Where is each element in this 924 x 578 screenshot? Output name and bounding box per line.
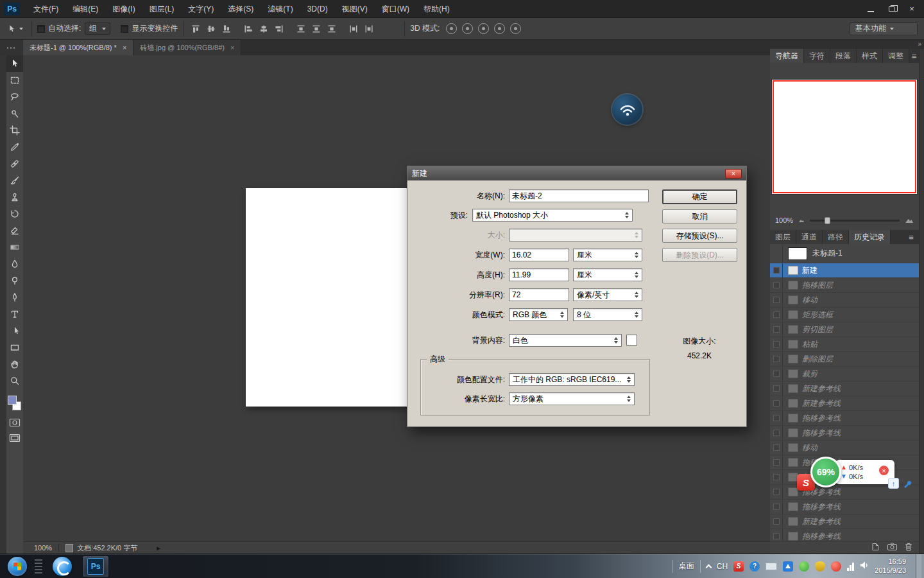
panel-tab[interactable]: 通道 [796, 230, 823, 244]
history-source-well[interactable] [770, 352, 783, 366]
history-item[interactable]: 新建参考线 [770, 381, 919, 396]
history-source-well[interactable] [770, 396, 783, 410]
history-brush-tool[interactable] [6, 206, 23, 222]
language-indicator[interactable]: CH [717, 562, 728, 571]
wifi-overlay[interactable] [612, 94, 642, 125]
start-button[interactable] [8, 557, 27, 576]
collapse-panels-icon[interactable]: » [918, 41, 921, 48]
ok-button[interactable]: 确定 [662, 189, 737, 204]
zoom-out-icon[interactable] [798, 218, 805, 223]
history-source-well[interactable] [770, 441, 783, 455]
history-source-well[interactable] [770, 411, 783, 425]
hidden-icons-chevron[interactable] [705, 564, 712, 570]
update-tray-icon[interactable] [831, 561, 841, 572]
width-unit-select[interactable]: 厘米 [573, 249, 642, 261]
navigator-preview[interactable] [772, 80, 917, 194]
zoom-in-icon[interactable] [905, 217, 914, 223]
distribute-bottom-edges-icon[interactable] [325, 22, 339, 36]
menu-item[interactable]: 视图(V) [335, 0, 375, 18]
history-item[interactable]: 新建 [770, 263, 919, 278]
browser-taskbar-icon[interactable] [53, 557, 72, 576]
history-source-well[interactable] [770, 244, 783, 263]
history-source-well[interactable] [770, 485, 783, 499]
history-source-well[interactable] [770, 529, 783, 541]
color-profile-select[interactable]: 工作中的 RGB: sRGB IEC619... [509, 373, 635, 386]
3d-rotate-icon[interactable] [446, 23, 457, 34]
distribute-vertical-centers-icon[interactable] [309, 22, 323, 36]
history-item[interactable]: 拖移图层 [770, 278, 919, 293]
navigator-viewbox[interactable] [773, 80, 916, 193]
brush-tool[interactable] [6, 172, 23, 189]
photoshop-taskbar-button[interactable]: Ps [82, 556, 109, 577]
panel-tab[interactable]: 路径 [823, 230, 849, 244]
menu-item[interactable]: 滤镜(T) [261, 0, 300, 18]
screen-mode-button[interactable] [6, 430, 23, 446]
ime-up-icon[interactable]: ↑ [888, 478, 899, 489]
navigator-zoom-slider[interactable] [810, 220, 900, 222]
rectangular-marquee-tool[interactable] [6, 72, 23, 89]
new-snapshot-button[interactable] [887, 543, 897, 552]
eyedropper-tool[interactable] [6, 139, 23, 155]
distribute-top-edges-icon[interactable] [294, 22, 308, 36]
lasso-tool[interactable] [6, 89, 23, 105]
keyboard-tray-icon[interactable] [766, 563, 777, 570]
menu-item[interactable]: 3D(D) [300, 0, 335, 18]
close-icon[interactable]: × [725, 169, 742, 179]
3d-scale-icon[interactable] [510, 23, 521, 34]
align-top-edges-icon[interactable] [189, 22, 203, 36]
document-tab[interactable]: 未标题-1 @ 100%(RGB/8) * × [23, 40, 133, 55]
memory-usage-badge[interactable]: 69% [810, 457, 841, 487]
history-item[interactable]: 新建参考线 [770, 514, 919, 529]
menu-item[interactable]: 帮助(H) [416, 0, 457, 18]
dock-collapse-strip[interactable] [919, 49, 924, 554]
width-input[interactable] [509, 249, 569, 261]
history-source-well[interactable] [770, 308, 783, 322]
history-source-well[interactable] [770, 381, 783, 396]
panel-tab[interactable]: 样式 [857, 49, 883, 63]
minimize-button[interactable] [861, 3, 880, 15]
color-mode-select[interactable]: RGB 颜色 [509, 308, 568, 321]
zoom-level[interactable]: 100% [34, 544, 52, 552]
history-source-well[interactable] [770, 263, 783, 277]
move-tool[interactable] [6, 55, 23, 72]
history-source-well[interactable] [770, 426, 783, 440]
align-right-edges-icon[interactable] [272, 22, 286, 36]
uploader-tray-icon[interactable] [783, 561, 793, 572]
safety-tray-icon[interactable] [799, 561, 809, 572]
desktop-toolbar-label[interactable]: 桌面 [679, 561, 694, 572]
zoom-tool[interactable] [6, 372, 23, 389]
3d-pan-icon[interactable] [478, 23, 489, 34]
quick-selection-tool[interactable] [6, 105, 23, 122]
history-item[interactable]: 剪切图层 [770, 322, 919, 337]
history-source-well[interactable] [770, 337, 783, 351]
workspace-switcher[interactable]: 基本功能 [850, 22, 918, 35]
panel-menu-icon[interactable]: ≡ [903, 230, 919, 244]
history-item[interactable]: 新建参考线 [770, 396, 919, 411]
history-snapshot[interactable]: 未标题-1 [770, 244, 919, 263]
foreground-color-swatch[interactable] [8, 396, 17, 405]
shield-tray-icon[interactable] [815, 561, 825, 572]
toolbar-grip[interactable] [0, 40, 23, 55]
restore-button[interactable] [882, 3, 901, 15]
document-tab[interactable]: 砖墙.jpg @ 100%(RGB/8#) × [133, 40, 241, 55]
history-source-well[interactable] [770, 455, 783, 469]
menu-item[interactable]: 图层(L) [142, 0, 182, 18]
panel-tab[interactable]: 字符 [804, 49, 830, 63]
auto-select-target-select[interactable]: 组 [85, 22, 110, 35]
align-left-edges-icon[interactable] [241, 22, 255, 36]
history-item[interactable]: 拖移参考线 [770, 529, 919, 541]
save-preset-button[interactable]: 存储预设(S)... [662, 229, 737, 243]
menu-item[interactable]: 编辑(E) [65, 0, 105, 18]
background-select[interactable]: 白色 [509, 334, 622, 347]
volume-icon[interactable] [860, 561, 869, 572]
menu-item[interactable]: 图像(I) [105, 0, 142, 18]
history-source-well[interactable] [770, 278, 783, 292]
history-item[interactable]: 移动 [770, 293, 919, 308]
distribute-left-edges-icon[interactable] [346, 22, 361, 36]
crop-tool[interactable] [6, 122, 23, 139]
eraser-tool[interactable] [6, 222, 23, 239]
delete-state-button[interactable] [905, 543, 912, 553]
show-transform-checkbox[interactable] [121, 25, 128, 33]
spot-healing-brush-tool[interactable] [6, 155, 23, 172]
status-flyout-icon[interactable]: ► [155, 545, 162, 552]
